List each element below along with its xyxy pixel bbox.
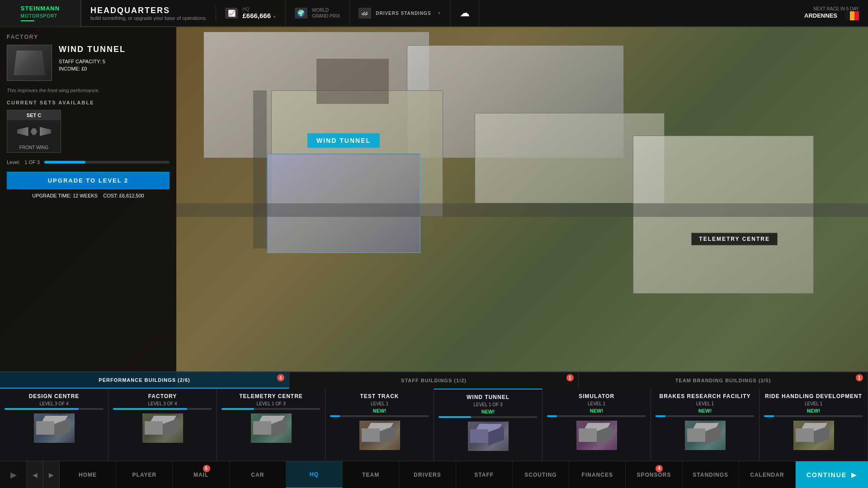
level-label: Level:: [7, 160, 20, 165]
page-subtitle: build something, or upgrade your base of…: [90, 15, 207, 21]
building-card-telemetry[interactable]: Telemetry Centre LEVEL 1 OF 3: [217, 389, 326, 461]
upgrade-details: UPGRADE TIME: 12 WEEKS COST: £6,612,500: [7, 193, 170, 198]
building-new-3: NEW!: [373, 408, 386, 413]
nav-item-sponsors[interactable]: Sponsors4: [626, 461, 682, 488]
nav-badge-mail: 5: [203, 465, 210, 472]
building-header: WIND TUNNEL STAFF CAPACITY: 5 INCOME: £0: [7, 45, 170, 81]
set-card-body: [7, 120, 61, 143]
wing-right: [40, 127, 51, 136]
building-info: WIND TUNNEL STAFF CAPACITY: 5 INCOME: £0: [59, 45, 126, 73]
building-icon-3: [359, 421, 400, 450]
set-card-name: SET C: [7, 110, 61, 120]
iso-building-2: [253, 416, 289, 441]
nav-item-mail[interactable]: Mail5: [173, 461, 229, 488]
nav-logo-icon: ▶: [10, 470, 17, 480]
world-label: WORLD: [312, 7, 340, 13]
building-level-3: LEVEL 1: [371, 401, 388, 406]
telemetry-centre-map-label: TELEMETRY CENTRE: [691, 233, 778, 245]
iso-building-5: [579, 423, 615, 448]
drivers-icon: 🏎: [359, 8, 371, 19]
building-name-6: Brakes Research Facility: [659, 393, 750, 399]
nav-back-arrow[interactable]: ◀: [27, 461, 43, 488]
nav-item-drivers[interactable]: Drivers: [399, 461, 456, 488]
nav-forward-arrow[interactable]: ▶: [43, 461, 60, 488]
building-bar-6: [656, 415, 755, 417]
iso-front-1: [145, 421, 163, 435]
building-card-ride[interactable]: Ride Handling Development LEVEL 1 NEW!: [760, 389, 868, 461]
nav-badge-sponsors: 4: [656, 465, 663, 472]
building-new-5: NEW!: [590, 408, 603, 413]
tab-badge-0: 4: [277, 374, 284, 381]
current-sets-section: CURRENT SETS AVAILABLE SET C FRONT WING: [7, 100, 170, 153]
building-name-1: Factory: [148, 393, 177, 399]
building-card-factory[interactable]: Factory LEVEL 3 OF 4: [108, 389, 217, 461]
iso-front-3: [362, 428, 380, 442]
drivers-standings-section[interactable]: 🏎 DRIVERS STANDINGS ▼: [349, 0, 450, 27]
nav-item-player[interactable]: Player: [116, 461, 173, 488]
building-card-simulator[interactable]: Simulator LEVEL 1 NEW!: [542, 389, 651, 461]
header-center: 📈 HQ £666,666 🌍 WORLD GRAND PRIX 🏎 DRIVE…: [216, 0, 795, 27]
building-new-7: NEW!: [807, 408, 820, 413]
level-indicator: Level: 1 OF 3: [7, 160, 170, 165]
building-bar-5: [547, 415, 646, 417]
buildings-tabs: PERFORMANCE BUILDINGS (2/6)4STAFF BUILDI…: [0, 372, 868, 389]
upgrade-cost-value: £6,612,500: [119, 193, 144, 198]
building-bar-fill-7: [764, 415, 774, 417]
building-name-3: Test Track: [360, 393, 399, 399]
hq-funds-section[interactable]: 📈 HQ £666,666: [216, 0, 286, 27]
building-card-wind-tunnel[interactable]: Wind Tunnel LEVEL 1 OF 3 NEW!: [434, 389, 542, 461]
iso-front-0: [36, 421, 54, 435]
weather-section[interactable]: ☁: [451, 0, 479, 27]
building-bar-2: [222, 408, 321, 410]
logo-accent-line: [21, 20, 34, 21]
building-card-design-centre[interactable]: Design Centre LEVEL 3 OF 4: [0, 389, 108, 461]
building-bar-0: [5, 408, 104, 410]
wing-connector: [31, 128, 38, 135]
building-icon-2: [251, 413, 292, 443]
buildings-tab-1[interactable]: STAFF BUILDINGS (1/2)1: [289, 372, 579, 389]
building-icon-graphic: [14, 51, 45, 75]
iso-front-4: [470, 429, 488, 443]
iso-front-7: [796, 428, 814, 442]
level-display: 1 OF 3: [24, 160, 40, 165]
building-bar-fill-4: [439, 416, 471, 418]
world-icon: 🌍: [295, 8, 307, 19]
world-grand-prix-section[interactable]: 🌍 WORLD GRAND PRIX: [286, 0, 349, 27]
nav-item-car[interactable]: Car: [230, 461, 286, 488]
iso-front-5: [579, 428, 597, 442]
drivers-dropdown-icon: ▼: [438, 11, 441, 15]
building-bar-fill-6: [656, 415, 665, 417]
nav-item-standings[interactable]: Standings: [683, 461, 739, 488]
building-bar-fill-3: [330, 415, 340, 417]
graph-icon: 📈: [225, 8, 238, 19]
nav-item-hq[interactable]: HQ: [286, 461, 343, 488]
nav-item-home[interactable]: Home: [60, 461, 116, 488]
nav-item-staff[interactable]: Staff: [456, 461, 513, 488]
upgrade-button[interactable]: UPGRADE TO LEVEL 2: [7, 172, 170, 189]
building-name-4: Wind Tunnel: [467, 394, 509, 400]
flag-belgium: [845, 11, 859, 20]
building-card-test-track[interactable]: Test Track LEVEL 1 NEW!: [326, 389, 434, 461]
cloud-icon: ☁: [460, 7, 470, 19]
buildings-tab-0[interactable]: PERFORMANCE BUILDINGS (2/6)4: [0, 372, 289, 389]
nav-item-finances[interactable]: Finances: [569, 461, 626, 488]
nav-item-team[interactable]: Team: [343, 461, 399, 488]
upgrade-time-label: UPGRADE TIME:: [32, 193, 71, 198]
next-race-section: NEXT RACE IN 5 DAY ARDENNES: [795, 6, 868, 20]
continue-button[interactable]: Continue ▶: [796, 461, 868, 488]
nav-item-scouting[interactable]: Scouting: [513, 461, 569, 488]
building-card-brakes[interactable]: Brakes Research Facility LEVEL 1 NEW!: [651, 389, 760, 461]
building-bar-7: [764, 415, 863, 417]
building-level-1: LEVEL 3 OF 4: [148, 401, 177, 406]
building-icon-6: [685, 421, 726, 450]
building-new-6: NEW!: [698, 408, 712, 413]
buildings-tab-2[interactable]: TEAM BRANDING BUILDINGS (2/5)1: [579, 372, 868, 389]
building-icon-0: [34, 413, 75, 443]
nav-item-calendar[interactable]: Calendar: [739, 461, 796, 488]
logo-text: STEINMANN MOTORSPORT: [21, 5, 60, 19]
tab-badge-1: 1: [566, 374, 574, 381]
upgrade-time-value: 12 WEEKS: [73, 193, 98, 198]
building-bar-3: [330, 415, 429, 417]
building-icon-4: [468, 422, 509, 451]
next-race-location: ARDENNES: [804, 12, 837, 19]
